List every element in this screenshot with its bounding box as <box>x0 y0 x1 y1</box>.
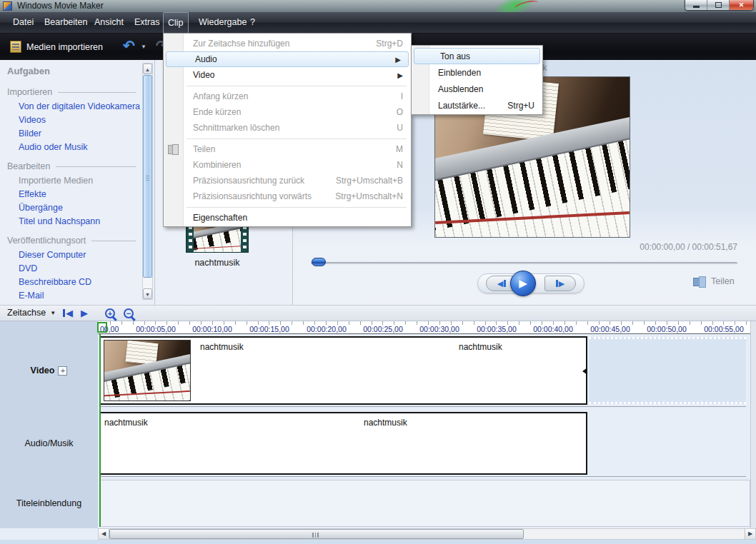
menu-item-shortcut: N <box>382 160 403 170</box>
menu-item-video[interactable]: Video ▶ <box>164 67 410 83</box>
menu-item-shortcut: U <box>382 123 403 133</box>
seek-slider-handle[interactable] <box>312 258 326 266</box>
audio-clip1-name: nachtmusik <box>104 418 148 428</box>
section-label: Bearbeiten <box>7 161 50 171</box>
playhead-line[interactable] <box>99 334 101 527</box>
menu-bearbeiten[interactable]: Bearbeiten <box>40 12 91 33</box>
seek-slider-track[interactable] <box>311 262 737 264</box>
menu-item-label: Video <box>193 70 214 80</box>
menu-hilfe[interactable]: ? <box>246 12 259 33</box>
playhead-marker[interactable] <box>97 322 107 333</box>
menu-item-ende-kuerzen[interactable]: Ende kürzen O <box>164 104 410 120</box>
menu-item-anfang-kuerzen[interactable]: Anfang kürzen I <box>164 89 410 104</box>
sidebar-item-videos[interactable]: Videos <box>19 115 46 125</box>
tasks-scrollbar: ▲ ▼ <box>142 63 153 300</box>
menu-item-eigenschaften[interactable]: Eigenschaften <box>164 210 410 226</box>
ruler-label: 00:00:10,00 <box>192 325 232 333</box>
clip-name-label: nachtmusik <box>179 258 256 268</box>
sidebar-item-importierte-medien[interactable]: Importierte Medien <box>19 176 93 186</box>
clip-trim-handle[interactable] <box>582 368 587 375</box>
sidebar-item-videokamera[interactable]: Von der digitalen Videokamera <box>19 101 140 111</box>
menu-item-label: Lautstärke... <box>438 101 485 111</box>
next-frame-button[interactable]: ▶ <box>544 276 576 291</box>
scroll-right-button[interactable]: ▶ <box>745 529 755 539</box>
audio-submenu: Ton aus Einblenden Ausblenden Lautstärke… <box>411 45 543 115</box>
app-icon <box>3 1 12 11</box>
menu-item-zur-zeitachse[interactable]: Zur Zeitachse hinzufügen Strg+D <box>164 36 410 51</box>
menu-ansicht[interactable]: Ansicht <box>90 12 128 33</box>
menu-datei[interactable]: Datei <box>9 12 38 33</box>
close-button[interactable]: ✕ <box>730 0 753 10</box>
timeline-scrollbar-thumb[interactable] <box>109 529 524 539</box>
sidebar-item-dvd[interactable]: DVD <box>19 263 37 273</box>
scroll-left-button[interactable]: ◀ <box>99 529 109 539</box>
video-track-clip[interactable]: nachtmusik nachtmusik <box>99 336 587 405</box>
maximize-button[interactable] <box>707 0 730 10</box>
menu-item-shortcut: Strg+Umschalt+N <box>321 191 403 201</box>
play-icon: ▶ <box>519 277 527 290</box>
menu-extras[interactable]: Extras <box>130 12 164 33</box>
undo-button[interactable]: ↶ <box>123 36 135 55</box>
section-header-importieren: Importieren <box>7 87 136 97</box>
menu-clip[interactable]: Clip <box>163 12 189 33</box>
menu-item-label: Audio <box>195 54 217 64</box>
section-label: Veröffentlichungsort <box>7 236 86 246</box>
menu-wiedergabe[interactable]: Wiedergabe <box>194 12 251 33</box>
sidebar-item-audio-musik[interactable]: Audio oder Musik <box>19 142 88 152</box>
track-label-text: Video <box>31 366 55 376</box>
scrollbar-thumb[interactable] <box>143 75 152 278</box>
sidebar-item-titel-nachspann[interactable]: Titel und Nachspann <box>19 216 100 226</box>
sidebar-item-email[interactable]: E-Mail <box>19 291 44 301</box>
menu-item-kombinieren[interactable]: Kombinieren N <box>164 157 410 173</box>
tasks-pane-title: Aufgaben <box>7 66 50 76</box>
video-clip1-name: nachtmusik <box>200 342 244 352</box>
menu-item-teilen[interactable]: Teilen M <box>164 141 410 157</box>
menu-item-label: Präzisionsausrichtung zurück <box>193 176 304 186</box>
undo-dropdown-icon[interactable]: ▼ <box>141 44 146 50</box>
sidebar-item-effekte[interactable]: Effekte <box>19 189 46 199</box>
tasks-pane: Aufgaben Importieren Von der digitalen V… <box>0 60 141 305</box>
section-header-bearbeiten: Bearbeiten <box>7 161 136 171</box>
rewind-button[interactable]: ◀ <box>63 308 73 318</box>
timeline-ruler[interactable]: 00,00 00:00:05,00 00:00:10,00 00:00:15,0… <box>98 321 750 334</box>
ruler-label: 00:00:50,00 <box>647 325 686 333</box>
sidebar-item-uebergaenge[interactable]: Übergänge <box>19 203 63 213</box>
menu-separator <box>186 86 407 86</box>
zoom-out-button[interactable]: − <box>124 308 134 318</box>
video-track-empty-zone <box>589 337 746 404</box>
timeline-view-dropdown[interactable]: Zeitachse ▼ <box>7 308 56 318</box>
import-media-button[interactable]: Medien importieren <box>6 38 107 56</box>
sidebar-item-beschreibbare-cd[interactable]: Beschreibbare CD <box>19 277 91 287</box>
zoom-in-button[interactable]: + <box>105 308 115 318</box>
next-frame-bar <box>556 280 558 287</box>
play-button[interactable]: ▶ <box>510 271 536 296</box>
split-clip-button[interactable]: Teilen <box>693 276 735 286</box>
split-icon <box>693 276 706 286</box>
title-overlay-track[interactable] <box>99 480 750 527</box>
menu-bar: Datei Bearbeiten Ansicht Extras Clip Wie… <box>0 12 756 34</box>
menu-item-praezision-vorwaerts[interactable]: Präzisionsausrichtung vorwärts Strg+Umsc… <box>164 188 410 204</box>
menu-item-schnittmarken-loeschen[interactable]: Schnittmarken löschen U <box>164 120 410 136</box>
menu-item-ton-aus[interactable]: Ton aus <box>414 48 540 64</box>
rewind-bar <box>63 309 65 317</box>
menu-item-ausblenden[interactable]: Ausblenden <box>412 81 542 97</box>
import-media-label: Medien importieren <box>26 42 103 52</box>
menu-item-audio[interactable]: Audio ▶ <box>166 51 409 67</box>
expand-track-icon[interactable]: + <box>58 366 67 376</box>
sidebar-item-bilder[interactable]: Bilder <box>19 129 41 138</box>
minimize-button[interactable] <box>685 0 707 10</box>
menu-item-einblenden[interactable]: Einblenden <box>412 64 542 81</box>
chevron-down-icon: ▼ <box>50 310 56 316</box>
menu-item-shortcut: O <box>382 107 403 117</box>
scroll-down-button[interactable]: ▼ <box>143 288 152 299</box>
audio-track-clip[interactable]: nachtmusik nachtmusik <box>99 412 587 475</box>
sidebar-item-dieser-computer[interactable]: Dieser Computer <box>19 250 86 260</box>
menu-item-praezision-zurueck[interactable]: Präzisionsausrichtung zurück Strg+Umscha… <box>164 173 410 188</box>
menu-item-label: Ausblenden <box>438 84 483 94</box>
menu-item-lautstaerke[interactable]: Lautstärke... Strg+U <box>412 97 542 114</box>
menu-item-label: Teilen <box>193 144 215 154</box>
scroll-up-button[interactable]: ▲ <box>143 64 152 74</box>
menu-item-label: Zur Zeitachse hinzufügen <box>193 39 289 49</box>
bottom-strip <box>0 540 756 544</box>
timeline-play-button[interactable]: ▶ <box>81 308 88 318</box>
